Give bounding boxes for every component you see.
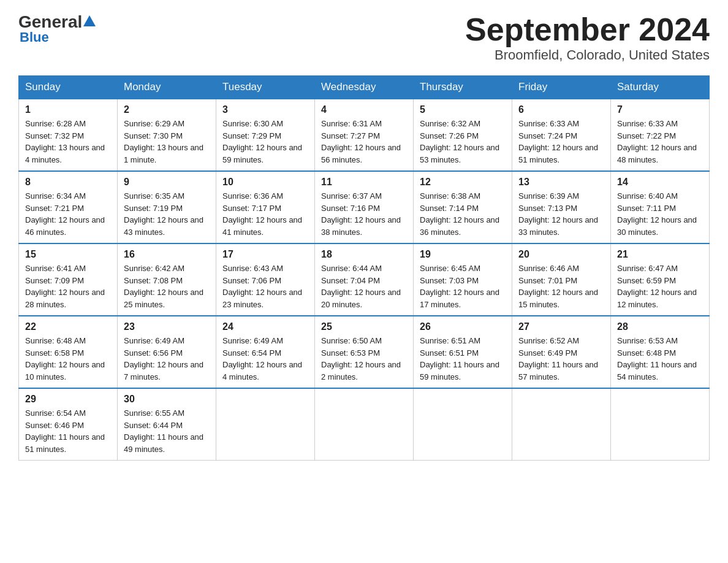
- calendar-cell: 1Sunrise: 6:28 AMSunset: 7:32 PMDaylight…: [19, 99, 118, 171]
- day-info: Sunrise: 6:37 AMSunset: 7:16 PMDaylight:…: [321, 190, 407, 238]
- day-info: Sunrise: 6:48 AMSunset: 6:58 PMDaylight:…: [25, 335, 111, 383]
- day-number: 8: [25, 177, 111, 188]
- calendar-cell: 17Sunrise: 6:43 AMSunset: 7:06 PMDayligh…: [216, 243, 315, 316]
- day-info: Sunrise: 6:44 AMSunset: 7:04 PMDaylight:…: [321, 262, 407, 310]
- calendar-week-row: 8Sunrise: 6:34 AMSunset: 7:21 PMDaylight…: [19, 171, 710, 243]
- day-info: Sunrise: 6:47 AMSunset: 6:59 PMDaylight:…: [617, 262, 703, 310]
- calendar-cell: 25Sunrise: 6:50 AMSunset: 6:53 PMDayligh…: [315, 316, 414, 388]
- day-number: 14: [617, 177, 703, 188]
- logo-triangle-icon: [83, 15, 96, 26]
- day-number: 10: [222, 177, 308, 188]
- day-info: Sunrise: 6:36 AMSunset: 7:17 PMDaylight:…: [222, 190, 308, 238]
- day-of-week-saturday: Saturday: [611, 76, 710, 99]
- calendar-week-row: 22Sunrise: 6:48 AMSunset: 6:58 PMDayligh…: [19, 316, 710, 388]
- day-number: 18: [321, 249, 407, 260]
- day-number: 20: [518, 249, 604, 260]
- calendar-week-row: 29Sunrise: 6:54 AMSunset: 6:46 PMDayligh…: [19, 388, 710, 461]
- calendar-cell: 4Sunrise: 6:31 AMSunset: 7:27 PMDaylight…: [315, 99, 414, 171]
- calendar-cell: 15Sunrise: 6:41 AMSunset: 7:09 PMDayligh…: [19, 243, 118, 316]
- calendar-cell: 5Sunrise: 6:32 AMSunset: 7:26 PMDaylight…: [414, 99, 512, 171]
- calendar-cell: 2Sunrise: 6:29 AMSunset: 7:30 PMDaylight…: [118, 99, 216, 171]
- day-info: Sunrise: 6:42 AMSunset: 7:08 PMDaylight:…: [124, 262, 210, 310]
- calendar-cell: 12Sunrise: 6:38 AMSunset: 7:14 PMDayligh…: [414, 171, 512, 243]
- day-info: Sunrise: 6:43 AMSunset: 7:06 PMDaylight:…: [222, 262, 308, 310]
- calendar-header-row: SundayMondayTuesdayWednesdayThursdayFrid…: [19, 76, 710, 99]
- day-number: 13: [518, 177, 604, 188]
- calendar-cell: 9Sunrise: 6:35 AMSunset: 7:19 PMDaylight…: [118, 171, 216, 243]
- day-number: 17: [222, 249, 308, 260]
- day-number: 28: [617, 321, 703, 332]
- calendar-subtitle: Broomfield, Colorado, United States: [465, 47, 710, 63]
- day-info: Sunrise: 6:32 AMSunset: 7:26 PMDaylight:…: [420, 118, 506, 166]
- day-of-week-wednesday: Wednesday: [315, 76, 414, 99]
- calendar-cell: [512, 388, 611, 461]
- calendar-week-row: 15Sunrise: 6:41 AMSunset: 7:09 PMDayligh…: [19, 243, 710, 316]
- day-number: 16: [124, 249, 210, 260]
- day-info: Sunrise: 6:45 AMSunset: 7:03 PMDaylight:…: [420, 262, 506, 310]
- day-info: Sunrise: 6:30 AMSunset: 7:29 PMDaylight:…: [222, 118, 308, 166]
- day-info: Sunrise: 6:38 AMSunset: 7:14 PMDaylight:…: [420, 190, 506, 238]
- page-header: General Blue September 2024 Broomfield, …: [18, 12, 710, 63]
- calendar-title: September 2024: [465, 12, 710, 47]
- logo-blue-text: Blue: [20, 29, 49, 45]
- day-info: Sunrise: 6:33 AMSunset: 7:24 PMDaylight:…: [518, 118, 604, 166]
- day-number: 4: [321, 104, 407, 115]
- logo: General Blue: [18, 12, 96, 45]
- day-number: 21: [617, 249, 703, 260]
- day-number: 5: [420, 104, 506, 115]
- day-info: Sunrise: 6:53 AMSunset: 6:48 PMDaylight:…: [617, 335, 703, 383]
- day-of-week-tuesday: Tuesday: [216, 76, 315, 99]
- day-number: 25: [321, 321, 407, 332]
- calendar-cell: [315, 388, 414, 461]
- day-number: 11: [321, 177, 407, 188]
- calendar-cell: [414, 388, 512, 461]
- day-of-week-friday: Friday: [512, 76, 611, 99]
- calendar-cell: 6Sunrise: 6:33 AMSunset: 7:24 PMDaylight…: [512, 99, 611, 171]
- day-number: 19: [420, 249, 506, 260]
- day-info: Sunrise: 6:35 AMSunset: 7:19 PMDaylight:…: [124, 190, 210, 238]
- day-number: 7: [617, 104, 703, 115]
- day-number: 3: [222, 104, 308, 115]
- day-number: 24: [222, 321, 308, 332]
- day-info: Sunrise: 6:31 AMSunset: 7:27 PMDaylight:…: [321, 118, 407, 166]
- day-of-week-sunday: Sunday: [19, 76, 118, 99]
- calendar-cell: 8Sunrise: 6:34 AMSunset: 7:21 PMDaylight…: [19, 171, 118, 243]
- day-number: 2: [124, 104, 210, 115]
- day-info: Sunrise: 6:54 AMSunset: 6:46 PMDaylight:…: [25, 407, 111, 455]
- calendar-table: SundayMondayTuesdayWednesdayThursdayFrid…: [18, 75, 710, 461]
- day-number: 9: [124, 177, 210, 188]
- calendar-cell: 18Sunrise: 6:44 AMSunset: 7:04 PMDayligh…: [315, 243, 414, 316]
- day-number: 26: [420, 321, 506, 332]
- calendar-cell: 14Sunrise: 6:40 AMSunset: 7:11 PMDayligh…: [611, 171, 710, 243]
- day-info: Sunrise: 6:29 AMSunset: 7:30 PMDaylight:…: [124, 118, 210, 166]
- day-number: 12: [420, 177, 506, 188]
- day-info: Sunrise: 6:28 AMSunset: 7:32 PMDaylight:…: [25, 118, 111, 166]
- calendar-cell: 22Sunrise: 6:48 AMSunset: 6:58 PMDayligh…: [19, 316, 118, 388]
- title-section: September 2024 Broomfield, Colorado, Uni…: [465, 12, 710, 63]
- calendar-cell: 20Sunrise: 6:46 AMSunset: 7:01 PMDayligh…: [512, 243, 611, 316]
- calendar-cell: 16Sunrise: 6:42 AMSunset: 7:08 PMDayligh…: [118, 243, 216, 316]
- day-info: Sunrise: 6:40 AMSunset: 7:11 PMDaylight:…: [617, 190, 703, 238]
- day-info: Sunrise: 6:39 AMSunset: 7:13 PMDaylight:…: [518, 190, 604, 238]
- day-of-week-monday: Monday: [118, 76, 216, 99]
- day-number: 27: [518, 321, 604, 332]
- calendar-cell: 30Sunrise: 6:55 AMSunset: 6:44 PMDayligh…: [118, 388, 216, 461]
- day-info: Sunrise: 6:41 AMSunset: 7:09 PMDaylight:…: [25, 262, 111, 310]
- day-number: 15: [25, 249, 111, 260]
- calendar-cell: [611, 388, 710, 461]
- day-info: Sunrise: 6:55 AMSunset: 6:44 PMDaylight:…: [124, 407, 210, 455]
- day-number: 23: [124, 321, 210, 332]
- calendar-cell: 21Sunrise: 6:47 AMSunset: 6:59 PMDayligh…: [611, 243, 710, 316]
- calendar-cell: 11Sunrise: 6:37 AMSunset: 7:16 PMDayligh…: [315, 171, 414, 243]
- calendar-cell: 13Sunrise: 6:39 AMSunset: 7:13 PMDayligh…: [512, 171, 611, 243]
- day-info: Sunrise: 6:33 AMSunset: 7:22 PMDaylight:…: [617, 118, 703, 166]
- day-info: Sunrise: 6:34 AMSunset: 7:21 PMDaylight:…: [25, 190, 111, 238]
- calendar-cell: 26Sunrise: 6:51 AMSunset: 6:51 PMDayligh…: [414, 316, 512, 388]
- day-of-week-thursday: Thursday: [414, 76, 512, 99]
- day-info: Sunrise: 6:50 AMSunset: 6:53 PMDaylight:…: [321, 335, 407, 383]
- day-number: 22: [25, 321, 111, 332]
- day-info: Sunrise: 6:49 AMSunset: 6:56 PMDaylight:…: [124, 335, 210, 383]
- day-info: Sunrise: 6:52 AMSunset: 6:49 PMDaylight:…: [518, 335, 604, 383]
- calendar-cell: 27Sunrise: 6:52 AMSunset: 6:49 PMDayligh…: [512, 316, 611, 388]
- day-number: 29: [25, 394, 111, 405]
